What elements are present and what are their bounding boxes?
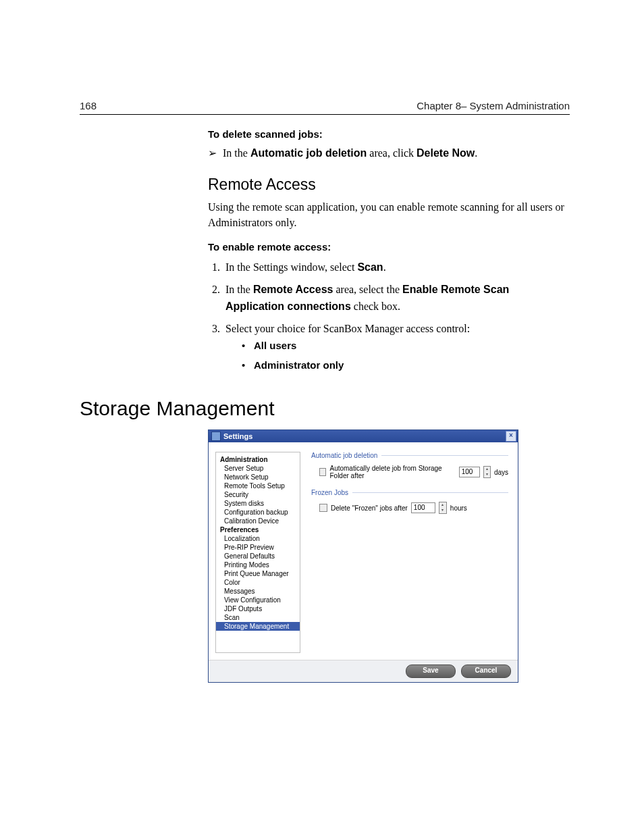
nav-item[interactable]: Network Setup: [216, 473, 300, 481]
text: .: [475, 147, 477, 159]
nav-item[interactable]: Color: [216, 578, 300, 587]
nav-item[interactable]: Storage Management: [216, 622, 300, 631]
settings-dialog: Settings × Administration Server SetupNe…: [208, 429, 518, 683]
task-heading-delete-jobs: To delete scanned jobs:: [208, 128, 570, 140]
bold-text: Automatic job deletion: [250, 147, 367, 159]
text: .: [383, 261, 386, 273]
settings-panel: Automatic job deletion Automatically del…: [300, 452, 511, 653]
page-content: To delete scanned jobs: ➢ In the Automat…: [80, 128, 570, 683]
text: area, select the: [333, 284, 402, 295]
nav-item[interactable]: Pre-RIP Preview: [216, 543, 300, 552]
input-frozen-hours[interactable]: 100: [411, 502, 435, 513]
group-legend: Frozen Jobs: [311, 489, 508, 496]
bold-text: Scan: [357, 261, 383, 273]
nav-item[interactable]: Printing Modes: [216, 561, 300, 569]
bold-text: Remote Access: [253, 284, 333, 295]
option-all-users: All users: [251, 338, 570, 353]
step-3: Select your choice for ScanBox Manager a…: [223, 321, 570, 373]
chevron-up-icon: ▴: [439, 502, 446, 508]
group-legend: Automatic job deletion: [311, 452, 508, 459]
running-header: 168 Chapter 8– System Administration: [80, 100, 570, 115]
nav-item[interactable]: General Defaults: [216, 552, 300, 561]
nav-item[interactable]: Scan: [216, 613, 300, 622]
row-frozen-delete: Delete "Frozen" jobs after 100 ▴▾ hours: [311, 502, 508, 514]
heading-storage-management: Storage Management: [80, 397, 570, 420]
label-auto-delete: Automatically delete job from Storage Fo…: [329, 465, 455, 479]
nav-item[interactable]: Security: [216, 490, 300, 499]
app-icon: [211, 432, 221, 441]
label-frozen-delete: Delete "Frozen" jobs after: [331, 504, 408, 512]
arrow-icon: ➢: [208, 147, 220, 159]
nav-item[interactable]: Print Queue Manager: [216, 569, 300, 578]
nav-item[interactable]: System disks: [216, 499, 300, 508]
nav-item[interactable]: Calibration Device: [216, 517, 300, 525]
legend-line: [352, 492, 508, 493]
dialog-body: Administration Server SetupNetwork Setup…: [209, 442, 518, 660]
steps-list: In the Settings window, select Scan. In …: [208, 259, 570, 373]
unit-days: days: [494, 469, 508, 476]
cancel-button[interactable]: Cancel: [461, 664, 511, 678]
step-1: In the Settings window, select Scan.: [223, 259, 570, 276]
legend-text: Automatic job deletion: [311, 452, 377, 459]
text: In the: [223, 147, 250, 159]
nav-item[interactable]: Messages: [216, 587, 300, 596]
save-button[interactable]: Save: [406, 664, 456, 678]
checkbox-frozen-delete[interactable]: [319, 504, 327, 512]
nav-item[interactable]: View Configuration: [216, 596, 300, 604]
row-auto-delete: Automatically delete job from Storage Fo…: [311, 465, 508, 479]
nav-item[interactable]: Remote Tools Setup: [216, 481, 300, 490]
unit-hours: hours: [450, 504, 467, 512]
nav-item[interactable]: JDF Outputs: [216, 604, 300, 613]
text: In the Settings window, select: [225, 261, 357, 273]
text: area, click: [367, 147, 417, 159]
instruction-delete-now: ➢ In the Automatic job deletion area, cl…: [208, 147, 570, 159]
text: check box.: [351, 301, 400, 312]
chapter-title: Chapter 8– System Administration: [417, 100, 570, 111]
dialog-titlebar[interactable]: Settings ×: [209, 430, 518, 442]
dialog-title-text: Settings: [223, 432, 252, 440]
checkbox-auto-delete[interactable]: [319, 468, 326, 476]
spinner-frozen[interactable]: ▴▾: [439, 502, 447, 514]
text: In the: [225, 284, 253, 295]
option-admin-only: Administrator only: [251, 357, 570, 373]
text: Select your choice for ScanBox Manager a…: [225, 323, 470, 334]
spinner-auto-delete[interactable]: ▴▾: [483, 466, 490, 478]
paragraph-remote-desc: Using the remote scan application, you c…: [208, 199, 570, 230]
chevron-down-icon: ▾: [484, 472, 489, 477]
chevron-up-icon: ▴: [484, 467, 489, 472]
input-auto-delete-days[interactable]: 100: [459, 467, 481, 477]
document-page: 168 Chapter 8– System Administration To …: [0, 0, 644, 834]
chevron-down-icon: ▾: [439, 508, 446, 513]
task-heading-enable-remote: To enable remote access:: [208, 241, 570, 253]
page-number: 168: [80, 100, 97, 111]
close-button[interactable]: ×: [506, 431, 516, 442]
group-automatic-job-deletion: Automatic job deletion Automatically del…: [311, 452, 508, 479]
options-list: All users Administrator only: [225, 338, 570, 373]
bold-text: Delete Now: [417, 147, 475, 159]
nav-header-administration: Administration: [216, 455, 300, 464]
group-frozen-jobs: Frozen Jobs Delete "Frozen" jobs after 1…: [311, 489, 508, 514]
nav-item[interactable]: Configuration backup: [216, 508, 300, 517]
legend-line: [381, 455, 508, 456]
legend-text: Frozen Jobs: [311, 489, 348, 496]
nav-item[interactable]: Server Setup: [216, 464, 300, 473]
nav-item[interactable]: Localization: [216, 534, 300, 543]
nav-header-preferences: Preferences: [216, 525, 300, 534]
heading-remote-access: Remote Access: [208, 176, 570, 194]
step-2: In the Remote Access area, select the En…: [223, 282, 570, 315]
settings-nav: Administration Server SetupNetwork Setup…: [215, 452, 300, 653]
dialog-footer: Save Cancel: [209, 660, 518, 682]
